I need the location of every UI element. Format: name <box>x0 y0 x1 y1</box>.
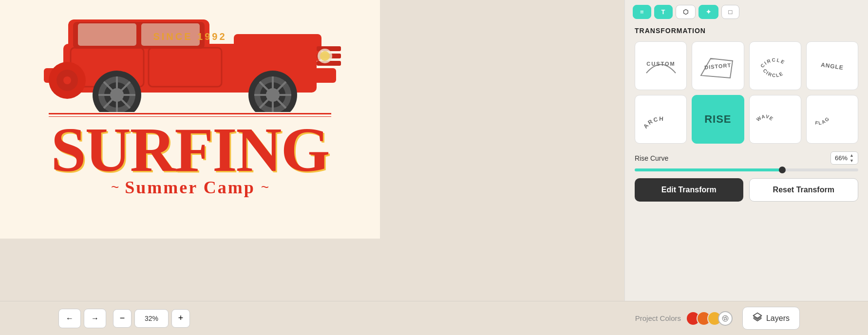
svg-point-43 <box>722 316 728 321</box>
layers-label: Layers <box>766 314 790 323</box>
transform-tile-rise[interactable]: RISE <box>692 95 744 144</box>
svg-point-15 <box>63 76 71 84</box>
rise-curve-section: Rise Curve 66% ▲ ▼ <box>635 151 858 171</box>
rise-curve-slider[interactable] <box>635 168 858 171</box>
tab-button-3[interactable]: ⬡ <box>676 5 696 19</box>
canvas-container: SINCE 1992 SURFING ~ Summer Camp ~ <box>0 0 624 301</box>
summer-camp-text: Summer Camp <box>125 177 255 198</box>
svg-text:CUSTOM: CUSTOM <box>646 61 675 67</box>
bottom-bar: ← → − 32% + Project Colors <box>0 301 868 335</box>
edit-transform-button[interactable]: Edit Transform <box>635 178 743 202</box>
layers-icon <box>753 312 762 324</box>
summer-camp-row: ~ Summer Camp ~ <box>111 177 269 198</box>
tilde-left: ~ <box>111 180 119 195</box>
arrow-right-icon: → <box>91 314 99 323</box>
tilde-right: ~ <box>261 180 269 195</box>
main-area: SINCE 1992 SURFING ~ Summer Camp ~ <box>0 0 868 301</box>
svg-rect-1 <box>234 34 321 61</box>
arrow-left-icon: ← <box>66 314 74 323</box>
svg-text:ANGLE: ANGLE <box>821 61 844 71</box>
artboard: SINCE 1992 SURFING ~ Summer Camp ~ <box>0 0 380 239</box>
svg-point-47 <box>724 319 725 320</box>
color-dot-palette[interactable] <box>718 311 733 326</box>
svg-text:CIRCLE: CIRCLE <box>762 68 784 78</box>
transform-tile-flag[interactable]: FLAG <box>806 95 858 144</box>
layers-button[interactable]: Layers <box>742 307 800 330</box>
color-dots <box>686 311 733 326</box>
tab-button-1[interactable]: ≡ <box>633 5 651 19</box>
tabs-bar: ≡ T ⬡ ✦ □ <box>625 0 868 19</box>
svg-text:WAVE: WAVE <box>755 113 774 122</box>
rise-curve-label: Rise Curve <box>635 154 668 162</box>
bottom-right: Project Colors <box>635 307 800 330</box>
zoom-minus-button[interactable]: − <box>113 309 132 328</box>
canvas-inner: SINCE 1992 SURFING ~ Summer Camp ~ <box>0 0 624 301</box>
svg-text:ARCH: ARCH <box>642 115 664 130</box>
rise-label: RISE <box>704 112 731 127</box>
zoom-plus-button[interactable]: + <box>171 309 190 328</box>
rise-curve-header: Rise Curve 66% ▲ ▼ <box>635 151 858 165</box>
svg-point-17 <box>320 51 330 61</box>
rise-curve-stepper[interactable]: ▲ ▼ <box>849 153 854 163</box>
svg-rect-4 <box>78 23 136 46</box>
transform-tile-arch[interactable]: ARCH <box>635 95 687 144</box>
panel-content: TRANSFORMATION CUSTOM DISTORT <box>625 19 868 209</box>
tab-button-4[interactable]: ✦ <box>698 5 718 19</box>
svg-text:FLAG: FLAG <box>815 115 831 126</box>
surfing-text: SURFING <box>51 118 329 181</box>
project-colors-section: Project Colors <box>635 311 733 326</box>
svg-point-44 <box>724 317 725 318</box>
svg-point-45 <box>725 316 726 317</box>
project-colors-label: Project Colors <box>635 314 681 322</box>
right-panel: ≡ T ⬡ ✦ □ TRANSFORMATION CUSTOM <box>624 0 868 301</box>
transform-tile-custom[interactable]: CUSTOM <box>635 41 687 90</box>
nav-buttons: ← → <box>58 309 106 328</box>
transformation-title: TRANSFORMATION <box>635 27 858 35</box>
minus-icon: − <box>120 313 125 323</box>
svg-text:SINCE 1992: SINCE 1992 <box>153 31 226 42</box>
transform-tile-distort[interactable]: DISTORT <box>692 41 744 90</box>
reset-transform-button[interactable]: Reset Transform <box>749 178 859 202</box>
transform-grid: CUSTOM DISTORT <box>635 41 858 144</box>
svg-point-46 <box>726 318 727 319</box>
transform-tile-angle[interactable]: ANGLE <box>806 41 858 90</box>
slider-fill <box>635 168 782 171</box>
svg-text:CIRCLE: CIRCLE <box>759 57 786 69</box>
plus-icon: + <box>178 313 184 323</box>
slider-thumb[interactable] <box>779 167 786 173</box>
artboard-content: SINCE 1992 SURFING ~ Summer Camp ~ <box>0 0 380 239</box>
transform-tile-circle[interactable]: CIRCLE CIRCLE <box>749 41 801 90</box>
zoom-control: − 32% + <box>113 309 190 328</box>
rise-curve-percent: 66% <box>835 154 848 162</box>
nav-forward-button[interactable]: → <box>84 309 106 328</box>
tab-button-2[interactable]: T <box>654 5 673 19</box>
transform-tile-wave[interactable]: WAVE <box>749 95 801 144</box>
nav-back-button[interactable]: ← <box>58 309 81 328</box>
svg-rect-7 <box>307 68 336 83</box>
rise-curve-value[interactable]: 66% ▲ ▼ <box>830 151 858 165</box>
tab-button-5[interactable]: □ <box>721 5 740 19</box>
action-buttons: Edit Transform Reset Transform <box>635 178 858 202</box>
zoom-value-display: 32% <box>134 309 169 328</box>
jeep-illustration: SINCE 1992 <box>24 5 356 112</box>
